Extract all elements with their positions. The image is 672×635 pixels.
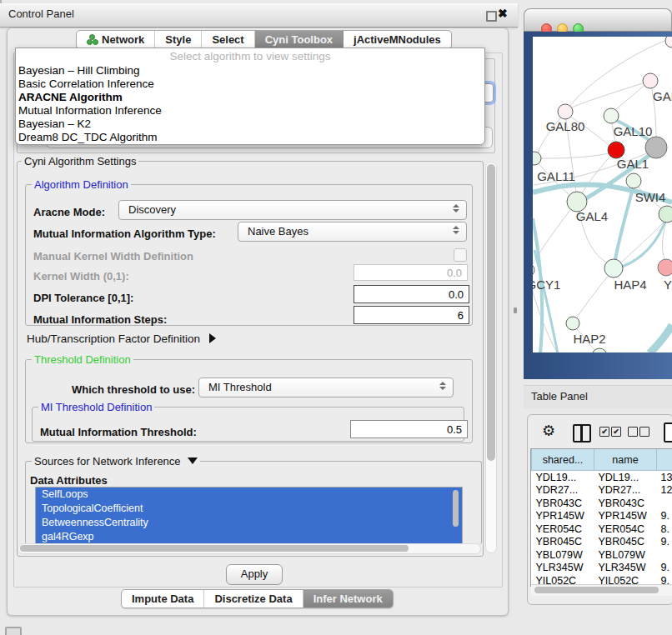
dropdown-item-selected[interactable]: ARACNE Algorithm	[16, 91, 484, 104]
tab-select[interactable]: Select	[202, 31, 254, 48]
network-window-titlebar[interactable]	[524, 8, 672, 32]
sources-group-title[interactable]: Sources for Network Inference	[32, 456, 200, 467]
control-panel-title: Control Panel	[8, 8, 74, 20]
algorithm-dropdown: Select algorithm to view settings Bayesi…	[15, 48, 485, 145]
algorithm-definition-title: Algorithm Definition	[32, 179, 131, 190]
table-row[interactable]: YDR27...YDR27...12	[532, 484, 672, 498]
column-header[interactable]: A	[657, 449, 672, 471]
table-row[interactable]: YBR043CYBR043C	[532, 497, 672, 510]
select-all-checkbox-icon[interactable]: ✔	[611, 427, 621, 437]
mi-type-combo[interactable]: Naive Bayes	[238, 222, 467, 242]
settings-hscroll-thumb[interactable]	[20, 545, 409, 552]
node[interactable]	[665, 37, 672, 48]
table-row[interactable]: YPR145WYPR145W9.	[532, 510, 672, 523]
dpi-tolerance-field[interactable]: 0.0	[354, 285, 469, 303]
dropdown-item[interactable]: Basic Correlation Inference	[16, 78, 484, 91]
list-item[interactable]: SelfLoops	[36, 488, 462, 502]
table-row[interactable]: YER054CYER054C8.	[532, 522, 672, 536]
hub-definition-toggle[interactable]: Hub/Transcription Factor Definition	[27, 332, 216, 345]
table-row[interactable]: YDL19...YDL19...13	[532, 471, 672, 484]
which-threshold-combo[interactable]: MI Threshold	[198, 378, 454, 398]
list-item[interactable]: TopologicalCoefficient	[36, 502, 462, 516]
dropdown-item[interactable]: Dream8 DC_TDC Algorithm	[16, 131, 484, 144]
kernel-width-label: Kernel Width (0,1):	[33, 270, 129, 282]
node-gal10[interactable]	[604, 108, 619, 123]
list-scrollbar[interactable]	[453, 490, 459, 527]
mi-type-label: Mutual Information Algorithm Type:	[33, 228, 216, 240]
node-gal11[interactable]	[533, 152, 541, 165]
list-item[interactable]: BetweennessCentrality	[36, 516, 462, 530]
mi-threshold-field[interactable]: 0.5	[350, 420, 468, 438]
collapse-down-icon	[188, 458, 198, 464]
tab-cyni-toolbox[interactable]: Cyni Toolbox	[255, 31, 344, 48]
node-label: GAL10	[614, 124, 653, 138]
tab-jactivemnodules[interactable]: jActiveMNodules	[344, 31, 451, 48]
column-browser-icon[interactable]	[573, 424, 591, 442]
node-label: HAP2	[573, 332, 605, 346]
column-header[interactable]: name	[594, 449, 657, 471]
panel-splitter-handle[interactable]	[514, 308, 517, 313]
node-gal80[interactable]	[558, 104, 573, 119]
node-y[interactable]	[658, 259, 672, 276]
expand-right-icon	[209, 333, 216, 343]
tab-infer-network[interactable]: Infer Network	[303, 590, 393, 608]
settings-group-title: Cyni Algorithm Settings	[22, 156, 138, 167]
deselect-all-checkbox-icon[interactable]	[639, 427, 649, 437]
apply-button[interactable]: Apply	[226, 564, 283, 585]
table-panel-title: Table Panel	[531, 390, 588, 402]
table-hscroll-thumb[interactable]	[534, 587, 659, 593]
mi-steps-field[interactable]: 6	[354, 306, 469, 324]
select-all-checkbox-icon[interactable]: ✔	[599, 427, 609, 437]
aracne-mode-label: Aracne Mode:	[33, 206, 105, 218]
network-graph: GAL GAL80 GAL10 GAL1 GAL11 SWI4 GAL4 GCY…	[533, 37, 672, 352]
node-hap2[interactable]	[566, 317, 579, 330]
new-table-icon[interactable]	[664, 422, 672, 442]
mi-threshold-label: Mutual Information Threshold:	[40, 426, 197, 438]
dropdown-item[interactable]: Bayesian – Hill Climbing	[16, 64, 484, 78]
aracne-mode-combo[interactable]: Discovery	[118, 200, 467, 220]
app-screen: { "icons": {"gear":"⚙","close":"✖","chec…	[0, 0, 672, 635]
node-gal1-selected[interactable]	[608, 142, 624, 158]
node-labels: GAL GAL80 GAL10 GAL1 GAL11 SWI4 GAL4 GCY…	[533, 89, 672, 346]
node-gal[interactable]	[643, 73, 658, 88]
column-header[interactable]: shared...	[532, 449, 594, 471]
dropdown-item[interactable]: Bayesian – K2	[16, 118, 484, 131]
control-panel-tabbar: Network Style Select Cyni Toolbox jActiv…	[76, 30, 452, 49]
node-swi4[interactable]	[626, 173, 641, 188]
table-row[interactable]: YLR345WYLR345W9.	[532, 562, 672, 575]
node-label: Y	[664, 278, 672, 292]
node-label: GAL4	[576, 209, 608, 223]
node-gray[interactable]	[645, 137, 667, 158]
node-gcy1[interactable]	[533, 263, 534, 277]
manual-kernel-label: Manual Kernel Width Definition	[33, 250, 193, 262]
table-row[interactable]: YBR045CYBR045C9.	[532, 536, 672, 549]
list-item[interactable]: gal4RGexp	[36, 530, 462, 544]
settings-vscroll-thumb[interactable]	[487, 164, 495, 461]
network-canvas[interactable]: GAL GAL80 GAL10 GAL1 GAL11 SWI4 GAL4 GCY…	[533, 37, 672, 352]
node-label: GAL	[653, 89, 672, 103]
table-row[interactable]: YBL079WYBL079W	[532, 548, 672, 562]
node-label: HAP4	[614, 278, 646, 292]
node-table: shared... name A YDL19...YDL19...13 YDR2…	[530, 448, 672, 587]
close-icon[interactable]: ✖	[498, 7, 508, 20]
kernel-width-field[interactable]: 0.0	[354, 264, 468, 281]
mi-threshold-group-title: MI Threshold Definition	[38, 402, 154, 412]
dropdown-item[interactable]: Mutual Information Inference	[16, 104, 484, 118]
gear-icon[interactable]: ⚙	[542, 422, 555, 439]
minimized-panel-icon[interactable]	[5, 627, 22, 635]
data-attributes-list: SelfLoops TopologicalCoefficient Between…	[35, 487, 463, 545]
node[interactable]	[659, 206, 672, 222]
table-header-row: shared... name A	[532, 449, 672, 471]
tab-impute-data[interactable]: Impute Data	[122, 590, 204, 608]
node-label: GAL80	[546, 119, 585, 133]
mi-steps-label: Mutual Information Steps:	[33, 313, 167, 326]
combo-arrows-icon	[439, 382, 446, 390]
node-hap4[interactable]	[604, 259, 623, 278]
float-window-icon[interactable]	[486, 11, 497, 22]
manual-kernel-checkbox[interactable]	[454, 248, 467, 262]
deselect-all-checkbox-icon[interactable]	[628, 427, 638, 437]
tab-network[interactable]: Network	[77, 31, 155, 48]
tab-discretize-data[interactable]: Discretize Data	[204, 590, 303, 608]
tab-style[interactable]: Style	[155, 31, 202, 48]
network-icon	[87, 34, 98, 45]
